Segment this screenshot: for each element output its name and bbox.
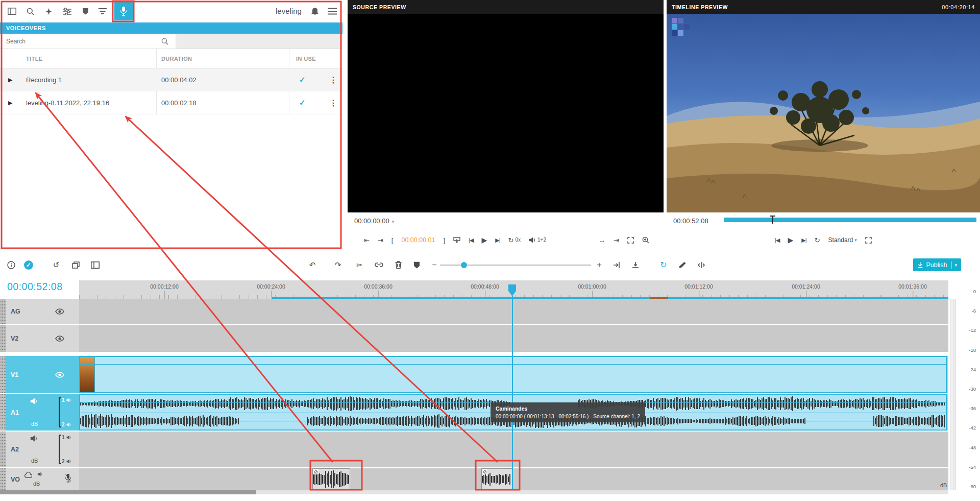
loop-icon[interactable]: ↻0x (508, 237, 521, 244)
column-duration[interactable]: DURATION (161, 56, 192, 62)
voiceover-clip-2[interactable]: ⊘ (481, 468, 512, 490)
marker-icon[interactable] (410, 256, 423, 273)
track-drag-handle[interactable] (0, 432, 6, 467)
mark-in-icon[interactable]: [ (391, 237, 394, 244)
visibility-eye-icon[interactable] (55, 372, 64, 378)
insert-edit-icon[interactable] (610, 256, 623, 273)
track-lane-ag[interactable] (79, 299, 948, 324)
play-icon[interactable]: ▶ (481, 236, 487, 244)
visibility-eye-icon[interactable] (55, 336, 64, 342)
record-mic-disabled-icon[interactable] (65, 473, 71, 483)
channel-2[interactable]: 2 (62, 422, 79, 427)
search-icon[interactable] (22, 4, 38, 18)
search-input[interactable] (0, 34, 153, 49)
track-header-ag[interactable]: AG (6, 299, 79, 324)
seek-bar[interactable] (724, 218, 976, 222)
timeline-current-timecode[interactable]: 00:00:52:08 (7, 281, 63, 293)
goto-playhead-icon[interactable]: ⇥ (614, 237, 619, 244)
track-drag-handle[interactable] (0, 394, 6, 431)
track-drag-handle[interactable] (0, 356, 6, 393)
zoom-icon[interactable] (642, 236, 649, 244)
play-icon[interactable]: ▶ (788, 236, 794, 244)
track-drag-handle[interactable] (0, 299, 6, 324)
fullscreen-icon[interactable] (627, 237, 634, 244)
marker-tag-icon[interactable] (78, 4, 93, 18)
voiceover-row-1[interactable]: ▶ Recording 1 00:00:04:02 ✓ ⋮ (0, 68, 342, 91)
notifications-bell-icon[interactable] (307, 4, 323, 18)
cut-icon[interactable]: ✂ (353, 256, 366, 273)
insert-to-timeline-icon[interactable] (453, 237, 460, 244)
track-header-vo[interactable]: VO dB (6, 468, 79, 490)
effects-icon[interactable] (41, 4, 56, 18)
opacity-rubber-band[interactable] (80, 364, 946, 365)
track-gain-db-button[interactable]: dB (31, 458, 38, 464)
render-refresh-icon[interactable]: ↻ (657, 256, 670, 273)
horizontal-scrollbar[interactable] (0, 490, 948, 494)
column-in-use[interactable]: IN USE (296, 56, 316, 62)
audio-channels-icon[interactable]: 1+2 (529, 237, 546, 243)
channel-2[interactable]: 2 (62, 459, 79, 464)
playback-quality-dropdown[interactable]: Standard ▾ (828, 237, 857, 243)
add-sequence-icon[interactable] (69, 256, 82, 273)
search-field-icon[interactable] (161, 38, 168, 45)
undo-icon[interactable]: ↶ (306, 256, 319, 273)
zoom-in-icon[interactable]: + (593, 256, 606, 273)
filter-icon[interactable] (95, 4, 110, 18)
source-preview-video[interactable] (348, 14, 664, 212)
seek-position-marker[interactable] (772, 216, 773, 224)
delete-icon[interactable] (391, 256, 405, 273)
prev-frame-icon[interactable]: |◀ (469, 237, 473, 243)
timeline-preview-video[interactable] (667, 14, 980, 212)
fullscreen-icon[interactable] (865, 237, 872, 244)
scrollbar-thumb[interactable] (0, 490, 256, 494)
column-title[interactable]: TITLE (26, 56, 43, 62)
zoom-slider[interactable] (440, 265, 591, 266)
video-clip-caminandes[interactable] (79, 356, 947, 393)
track-drag-handle[interactable] (0, 325, 6, 352)
voiceover-clip-1[interactable]: ⊘ (312, 468, 350, 490)
track-lane-v2[interactable] (79, 325, 948, 352)
play-icon[interactable]: ▶ (8, 77, 12, 83)
redo-icon[interactable]: ↷ (331, 256, 345, 273)
track-lane-a2[interactable] (79, 432, 948, 467)
overwrite-edit-icon[interactable] (629, 256, 642, 273)
visibility-eye-icon[interactable] (55, 308, 64, 315)
track-lane-v1[interactable] (79, 356, 948, 393)
link-icon[interactable] (372, 256, 385, 273)
channel-1[interactable]: 1 (62, 435, 79, 440)
publish-button[interactable]: Publish ▾ (913, 258, 961, 271)
next-frame-icon[interactable]: ▶| (801, 237, 806, 243)
approve-button[interactable]: ✓ (22, 256, 35, 273)
track-gain-db-button[interactable]: dB (33, 481, 40, 487)
track-header-v1[interactable]: V1 (6, 356, 79, 393)
track-gain-db-button[interactable]: dB (31, 421, 38, 427)
search-field[interactable] (0, 34, 176, 49)
row-menu-icon[interactable]: ⋮ (329, 98, 337, 108)
voiceover-mic-button[interactable] (114, 2, 133, 20)
loop-icon[interactable]: ↻ (815, 237, 820, 244)
track-lane-vo[interactable]: ⊘ ⊘ (79, 468, 948, 490)
sliders-icon[interactable] (59, 4, 75, 18)
razor-icon[interactable] (676, 256, 689, 273)
track-header-v2[interactable]: V2 (6, 325, 79, 352)
timecode-dropdown-icon[interactable]: ▾ (392, 219, 395, 224)
goto-in-icon[interactable]: ⇤ (364, 237, 370, 244)
track-header-a2[interactable]: A2 dB 1 2 (6, 432, 79, 467)
layout-icon[interactable] (4, 4, 19, 18)
zoom-slider-knob[interactable] (461, 262, 467, 268)
menu-icon[interactable] (325, 4, 340, 18)
zoom-out-icon[interactable]: − (428, 256, 441, 273)
source-timecode[interactable]: 00:00:00:00▾ (354, 217, 394, 225)
reset-rotate-icon[interactable]: ↺ (50, 256, 63, 273)
publish-dropdown-icon[interactable]: ▾ (954, 263, 957, 268)
fit-width-icon[interactable]: ↔ (599, 237, 605, 244)
in-point-timecode[interactable]: 00:00:00:01 (401, 237, 435, 244)
track-speaker-icon[interactable] (30, 435, 38, 442)
track-drag-handle[interactable] (0, 468, 6, 490)
panels-icon[interactable] (88, 256, 102, 273)
voiceover-row-2[interactable]: ▶ leveling-8.11.2022, 22:19:16 00:00:02:… (0, 91, 342, 114)
info-icon[interactable] (5, 256, 18, 273)
play-icon[interactable]: ▶ (8, 100, 12, 106)
row-menu-icon[interactable]: ⋮ (329, 75, 337, 85)
track-header-a1[interactable]: A1 dB 1 2 (6, 394, 79, 431)
